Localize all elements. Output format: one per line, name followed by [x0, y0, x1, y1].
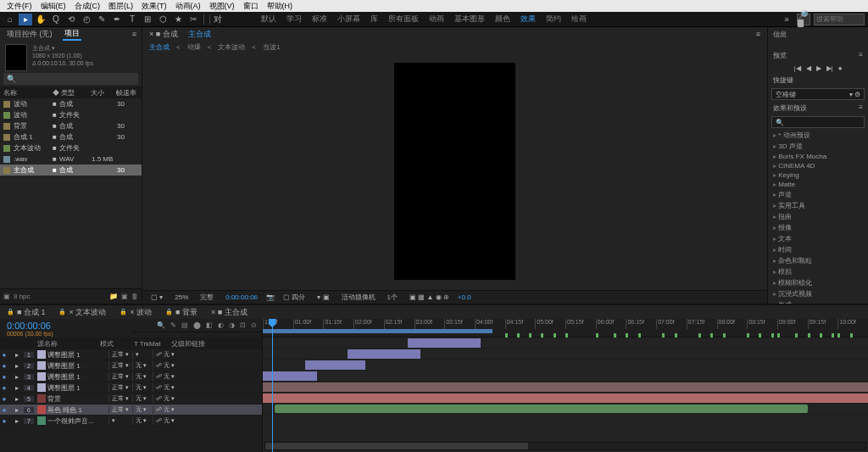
effect-category[interactable]: 扭曲 — [768, 211, 868, 222]
half-res[interactable]: ▢ 四分 — [280, 293, 309, 302]
menu-item[interactable]: 帮助(H) — [264, 1, 297, 12]
views-dropdown[interactable]: 1个 — [384, 293, 401, 302]
help-search-input[interactable] — [814, 14, 865, 25]
visibility-icon[interactable]: ● — [0, 373, 8, 381]
track[interactable] — [263, 338, 868, 349]
menu-item[interactable]: 窗口 — [240, 1, 262, 12]
effect-category[interactable]: 实用工具 — [768, 200, 868, 211]
visibility-icon[interactable]: ● — [0, 384, 8, 392]
cc-icon[interactable]: » — [780, 14, 793, 25]
tool-button[interactable]: ◴ — [80, 14, 93, 25]
project-item[interactable]: 主合成■合成30 — [0, 165, 142, 176]
effect-category[interactable]: 文本 — [768, 233, 868, 244]
tool-button[interactable]: T — [125, 14, 139, 25]
viewer-tab-name[interactable]: 主合成 — [186, 29, 213, 40]
new-comp-icon[interactable]: ▣ — [121, 293, 128, 300]
exposure[interactable]: +0.0 — [458, 293, 471, 301]
effect-controls-tab[interactable]: 项目控件 (无) — [5, 29, 54, 40]
visibility-icon[interactable]: ● — [0, 395, 8, 403]
project-tab[interactable]: 项目 — [63, 28, 81, 41]
new-bin-icon[interactable]: 📁 — [109, 293, 118, 300]
workspace-tab[interactable]: 学习 — [281, 14, 307, 25]
track[interactable] — [263, 393, 868, 404]
timeline-scrollbar[interactable] — [264, 442, 866, 450]
effect-category[interactable]: 模拟 — [768, 266, 868, 277]
timeline-tab[interactable]: ■ 合成 1 — [5, 307, 47, 318]
tool-button[interactable]: ✂ — [186, 14, 200, 25]
camera-dropdown[interactable]: 活动摄像机 — [338, 293, 379, 302]
project-item[interactable]: 波动■合成30 — [0, 98, 142, 109]
tool-button[interactable]: ✋ — [34, 14, 47, 25]
playhead[interactable] — [272, 319, 273, 452]
timeline-option-icon[interactable]: ◑ — [229, 321, 235, 329]
layer-row[interactable]: ●▸5背景正常 ▾无 ▾☍ 无 ▾ — [0, 393, 262, 405]
panel-menu-icon[interactable]: ≡ — [859, 103, 863, 113]
first-frame-icon[interactable]: |◀ — [794, 64, 801, 72]
tool-button[interactable]: ⟲ — [64, 14, 78, 25]
next-frame-icon[interactable]: ▶| — [826, 64, 833, 72]
layer-row[interactable]: ●▸4调整图层 1正常 ▾无 ▾☍ 无 ▾ — [0, 382, 262, 393]
timeline-tab[interactable]: × 文本波动 — [57, 307, 108, 318]
effect-category[interactable]: 杂色和颗粒 — [768, 255, 868, 266]
track[interactable] — [263, 360, 868, 371]
pixel-icons[interactable]: ▣ ▦ ▲ ◉ ⊕ — [406, 293, 453, 301]
timeline-option-icon[interactable]: ⊡ — [240, 321, 246, 329]
visibility-icon[interactable]: ● — [0, 406, 8, 414]
effect-category[interactable]: 3D 声道 — [768, 141, 868, 152]
clip[interactable] — [263, 371, 317, 381]
workspace-tab[interactable]: 标准 — [307, 14, 332, 25]
effect-category[interactable]: Boris FX Mocha — [768, 152, 868, 161]
current-timecode[interactable]: 0:00:00:06 — [7, 321, 126, 331]
tool-button[interactable]: ▸ — [19, 14, 32, 25]
workspace-tab[interactable]: 简约 — [541, 14, 566, 25]
workspace-tab[interactable]: 绘画 — [566, 14, 592, 25]
project-item[interactable]: 波动■文件夹 — [0, 109, 142, 120]
workspace-tab[interactable]: 小屏幕 — [332, 14, 365, 25]
project-item[interactable]: .wav■WAV1.5 MB — [0, 153, 142, 165]
timeline-option-icon[interactable]: ✎ — [170, 321, 176, 329]
project-item[interactable]: 文本波动■文件夹 — [0, 142, 142, 153]
workspace-tab[interactable]: 默认 — [256, 14, 281, 25]
shortcut-dropdown[interactable]: 空格键▾ ⚙ — [771, 88, 865, 100]
canvas[interactable] — [142, 53, 767, 290]
snap-toggle[interactable]: 口对齐 — [214, 14, 227, 25]
effect-category[interactable]: * 动画预设 — [768, 130, 868, 141]
timeline-option-icon[interactable]: ▤ — [181, 321, 188, 329]
last-frame-icon[interactable]: ● — [838, 64, 843, 72]
timeline-tracks[interactable]: 1:00f01:00f01:15f02:00f02:15f03:00f03:15… — [263, 319, 868, 452]
layer-row[interactable]: ●▸1调整图层 1正常 ▾ ▾☍ 无 ▾ — [0, 349, 262, 360]
search-icon[interactable]: 🔎█ — [797, 14, 810, 25]
magnification-icon[interactable]: ▢ ▾ — [147, 293, 166, 301]
workspace-tab[interactable]: 基本图形 — [449, 14, 490, 25]
workspace-tab[interactable]: 效果 — [515, 14, 541, 25]
effect-category[interactable]: 生成 — [768, 299, 868, 304]
workspace-tab[interactable]: 所有面板 — [383, 14, 424, 25]
layer-row[interactable]: ●▸6黑色 纯色 1正常 ▾无 ▾☍ 无 ▾ — [0, 405, 262, 416]
menu-item[interactable]: 图层(L) — [105, 1, 136, 12]
panel-menu-icon[interactable]: ≡ — [754, 30, 762, 38]
trash-icon[interactable]: 🗑 — [131, 293, 138, 300]
timeline-tab[interactable]: ■ 背景 — [164, 307, 199, 318]
effect-category[interactable]: Keying — [768, 170, 868, 180]
effects-category-list[interactable]: * 动画预设3D 声道Boris FX MochaCINEMA 4DKeying… — [768, 130, 868, 304]
tool-button[interactable]: ⊞ — [141, 14, 154, 25]
clip[interactable] — [408, 338, 481, 348]
effects-search[interactable]: 🔍 — [771, 116, 865, 128]
panel-menu-icon[interactable]: ≡ — [859, 51, 863, 60]
clip[interactable] — [305, 360, 365, 370]
visibility-icon[interactable]: ● — [0, 351, 8, 359]
tool-button[interactable]: ★ — [171, 14, 185, 25]
timeline-option-icon[interactable]: ◐ — [218, 321, 224, 329]
clip[interactable] — [263, 382, 868, 392]
project-item[interactable]: 背景■合成30 — [0, 120, 142, 131]
project-search[interactable]: 🔍 — [3, 73, 138, 85]
panel-menu-icon[interactable]: ≡ — [132, 30, 136, 38]
layer-row[interactable]: ●▸7一个很帅声音... ▾无 ▾☍ 无 ▾ — [0, 416, 262, 427]
effect-category[interactable]: 沉浸式视频 — [768, 288, 868, 299]
clip[interactable] — [275, 405, 807, 413]
effect-category[interactable]: 模糊和锐化 — [768, 277, 868, 288]
tool-button[interactable]: Q — [49, 14, 63, 25]
timeline-option-icon[interactable]: ⬤ — [193, 321, 201, 329]
resolution-dropdown[interactable]: 完整 — [197, 293, 217, 302]
workspace-tab[interactable]: 动画 — [424, 14, 449, 25]
